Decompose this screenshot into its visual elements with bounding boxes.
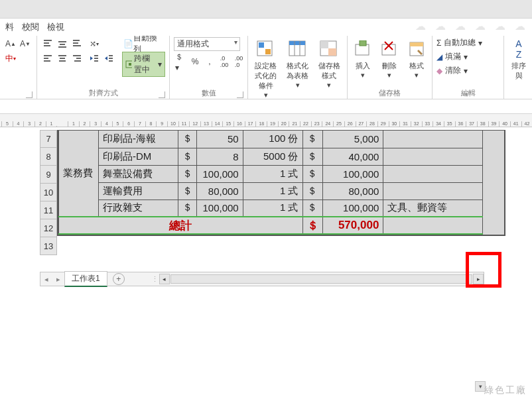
total-amount-cell[interactable]: 570,000 (322, 217, 383, 234)
sheet-nav-prev[interactable]: ◂ (40, 275, 52, 284)
price-cell[interactable]: 50 (196, 131, 243, 148)
note-cell[interactable]: 文具、郵資等 (383, 200, 483, 217)
amount-cell[interactable]: 100,000 (322, 165, 383, 182)
svg-rect-16 (76, 58, 81, 59)
row-header[interactable]: 12 (40, 219, 57, 237)
table-row[interactable]: 運輸費用＄80,0001 式＄80,000 (59, 182, 483, 200)
phonetic-guide-button[interactable]: 中▾ (4, 52, 17, 65)
currency-cell[interactable]: ＄ (178, 148, 196, 165)
sheet-nav-next[interactable]: ▸ (52, 275, 64, 284)
table-row[interactable]: 印刷品-DM＄85000 份＄40,000 (59, 148, 483, 165)
item-cell[interactable]: 運輸費用 (98, 182, 178, 200)
amount-cell[interactable]: 5,000 (322, 131, 383, 148)
align-middle-button[interactable] (56, 37, 69, 50)
align-center-button[interactable] (56, 52, 69, 65)
currency-cell[interactable]: ＄ (178, 200, 196, 217)
tab-data[interactable]: 料 (5, 21, 14, 33)
orientation-button[interactable]: ⤭▾ (88, 37, 101, 50)
total-note-cell[interactable] (383, 217, 483, 234)
align-left-button[interactable] (41, 52, 54, 65)
increase-decimal-button[interactable]: .0.00 (218, 55, 231, 68)
scroll-track[interactable] (170, 274, 472, 284)
table-row[interactable]: 舞臺設備費＄100,0001 式＄100,000 (59, 165, 483, 182)
format-cells-button[interactable]: 格式 ▾ (405, 37, 428, 80)
item-cell[interactable]: 舞臺設備費 (98, 165, 178, 182)
align-bottom-button[interactable] (70, 37, 84, 50)
row-header[interactable]: 11 (40, 201, 57, 219)
item-cell[interactable]: 行政雜支 (98, 200, 178, 217)
accounting-format-button[interactable]: ＄ ▾ (174, 55, 187, 68)
dialog-launcher-icon[interactable] (26, 91, 33, 98)
price-cell[interactable]: 100,000 (196, 165, 243, 182)
price-cell[interactable]: 100,000 (196, 200, 243, 217)
table-row[interactable]: 行政雜支＄100,0001 式＄100,000文具、郵資等 (59, 200, 483, 217)
add-sheet-button[interactable]: + (113, 273, 125, 285)
decrease-decimal-button[interactable]: .00.0 (232, 55, 245, 68)
note-cell[interactable] (383, 148, 483, 165)
row-header[interactable]: 13 (40, 237, 57, 255)
note-cell[interactable] (383, 182, 483, 200)
dialog-launcher-icon[interactable] (237, 91, 243, 98)
currency-cell[interactable]: ＄ (302, 200, 322, 217)
currency-cell[interactable]: ＄ (178, 165, 196, 182)
currency-cell[interactable]: ＄ (302, 148, 322, 165)
amount-cell[interactable]: 40,000 (322, 148, 383, 165)
total-currency-cell[interactable]: ＄ (302, 217, 322, 234)
currency-cell[interactable]: ＄ (302, 131, 322, 148)
percent-format-button[interactable]: % (188, 55, 202, 68)
format-as-table-button[interactable]: 格式化為表格 ▾ (284, 37, 312, 89)
item-cell[interactable]: 印刷品-海報 (98, 131, 178, 148)
fmt-table-label: 格式化為表格 (284, 61, 312, 81)
quantity-cell[interactable]: 1 式 (243, 182, 302, 200)
quantity-cell[interactable]: 1 式 (243, 165, 302, 182)
amount-cell[interactable]: 80,000 (322, 182, 383, 200)
currency-cell[interactable]: ＄ (302, 165, 322, 182)
currency-cell[interactable]: ＄ (178, 131, 196, 148)
row-header[interactable]: 9 (40, 166, 57, 184)
amount-cell[interactable]: 100,000 (322, 200, 383, 217)
data-grid[interactable]: 業務費印刷品-海報＄50100 份＄5,000印刷品-DM＄85000 份＄40… (57, 130, 505, 236)
clear-button[interactable]: ◆ 清除 ▾ (436, 65, 468, 76)
dialog-launcher-icon[interactable] (159, 91, 165, 98)
autosum-button[interactable]: Σ 自動加總 ▾ (436, 37, 482, 48)
price-cell[interactable]: 8 (196, 148, 243, 165)
increase-font-button[interactable]: A▲ (4, 37, 17, 50)
number-format-combo[interactable]: 通用格式 (174, 37, 240, 51)
align-right-button[interactable] (70, 52, 84, 65)
horizontal-scrollbar[interactable]: ⋮ ◂ ▸ (151, 274, 484, 284)
align-top-button[interactable] (41, 37, 54, 50)
sort-filter-button[interactable]: AZ 排序與 (508, 37, 529, 81)
insert-cells-button[interactable]: 插入 ▾ (352, 37, 374, 80)
scroll-left-button[interactable]: ◂ (159, 274, 170, 284)
sheet-tab-active[interactable]: 工作表1 (64, 271, 107, 287)
currency-cell[interactable]: ＄ (302, 182, 322, 200)
fill-button[interactable]: ◢ 填滿 ▾ (436, 51, 468, 62)
tab-view[interactable]: 檢視 (47, 21, 64, 33)
delete-cells-button[interactable]: 刪除 ▾ (378, 37, 401, 80)
row-header[interactable]: 10 (40, 184, 57, 201)
row-header[interactable]: 7 (40, 130, 57, 148)
cell-styles-button[interactable]: 儲存格樣式 ▾ (315, 37, 343, 89)
merge-center-button[interactable]: 跨欄置中 ▾ (122, 52, 165, 77)
wrap-text-button[interactable]: 📄 自動換列 (122, 37, 165, 50)
quantity-cell[interactable]: 100 份 (243, 131, 302, 148)
total-row[interactable]: 總計＄570,000 (59, 217, 483, 234)
tab-review[interactable]: 校閱 (22, 21, 39, 33)
note-cell[interactable] (383, 131, 483, 148)
row-header[interactable]: 8 (40, 148, 57, 166)
table-row[interactable]: 業務費印刷品-海報＄50100 份＄5,000 (59, 131, 483, 148)
quantity-cell[interactable]: 1 式 (243, 200, 302, 217)
scroll-right-button[interactable]: ▸ (473, 274, 484, 284)
decrease-indent-button[interactable] (88, 52, 101, 65)
price-cell[interactable]: 80,000 (196, 182, 243, 200)
currency-cell[interactable]: ＄ (178, 182, 196, 200)
total-label-cell[interactable]: 總計 (59, 217, 303, 234)
comma-format-button[interactable]: , (203, 55, 216, 68)
increase-indent-button[interactable] (102, 52, 115, 65)
decrease-font-button[interactable]: A▼ (19, 37, 32, 50)
conditional-formatting-button[interactable]: 設定格式化的條件 ▾ (252, 37, 280, 99)
quantity-cell[interactable]: 5000 份 (243, 148, 302, 165)
category-cell[interactable]: 業務費 (59, 131, 99, 217)
note-cell[interactable] (383, 165, 483, 182)
item-cell[interactable]: 印刷品-DM (98, 148, 178, 165)
